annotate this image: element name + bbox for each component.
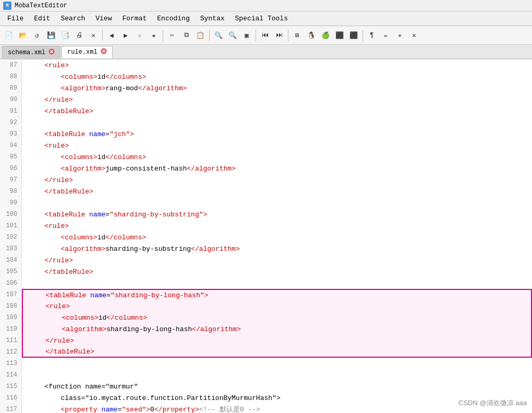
line-content[interactable]: </tableRule> — [22, 266, 532, 277]
line-content[interactable] — [22, 117, 532, 128]
toolbar-btn-14[interactable]: ⧉ — [179, 29, 193, 42]
menu-item-encoding[interactable]: Encoding — [152, 13, 195, 25]
line-content[interactable] — [22, 369, 532, 381]
toolbar-btn-32[interactable]: ✳ — [393, 29, 407, 42]
toolbar-btn-25[interactable]: 🐧 — [305, 29, 318, 42]
line-number: 105 — [0, 266, 22, 277]
line-number: 97 — [0, 174, 22, 186]
toolbar-btn-24[interactable]: ⊞ — [291, 29, 304, 42]
line-content[interactable] — [22, 277, 532, 289]
line-content[interactable]: </rule> — [22, 174, 532, 186]
line-number: 114 — [0, 369, 22, 381]
toolbar-btn-31[interactable]: ✏ — [379, 29, 393, 42]
toolbar-btn-11[interactable]: ★ — [147, 29, 161, 42]
toolbar: 📄📂↺💾📑🖨✕◀▶☆★✂⧉📋🔍🔍▣⏮⏭⊞🐧🍏⬛⬛¶✏✳✕ — [0, 26, 532, 45]
toolbar-btn-1[interactable]: 📂 — [16, 29, 30, 42]
tab-close-btn[interactable] — [49, 48, 55, 56]
toolbar-separator — [256, 30, 256, 41]
line-number: 96 — [0, 163, 22, 174]
line-number: 101 — [0, 220, 22, 232]
menu-item-syntax[interactable]: Syntax — [195, 13, 230, 25]
line-content[interactable]: </rule> — [22, 254, 532, 266]
table-row: 105 </tableRule> — [0, 266, 532, 277]
line-content[interactable] — [22, 358, 532, 369]
toolbar-btn-4[interactable]: 📑 — [58, 29, 72, 42]
menu-item-search[interactable]: Search — [55, 13, 90, 25]
toolbar-btn-27[interactable]: ⬛ — [333, 29, 346, 42]
line-content[interactable]: <function name="murmur" — [22, 381, 532, 392]
line-number: 106 — [0, 277, 22, 289]
line-content[interactable]: </rule> — [22, 94, 532, 105]
line-number: 103 — [0, 243, 22, 254]
menu-item-format[interactable]: Format — [117, 13, 152, 25]
toolbar-btn-0[interactable]: 📄 — [2, 29, 16, 42]
line-content[interactable]: <tableRule name="sharding-by-substring"> — [22, 209, 532, 220]
toolbar-btn-21[interactable]: ⏮ — [258, 29, 272, 42]
line-content[interactable]: </tableRule> — [22, 105, 532, 117]
line-content[interactable]: <rule> — [22, 220, 532, 232]
line-content[interactable]: <columns>id</columns> — [22, 312, 532, 323]
table-row: 94 <rule> — [0, 140, 532, 151]
line-content[interactable]: class="io.mycat.route.function.Partition… — [22, 392, 532, 404]
toolbar-btn-19[interactable]: ▣ — [240, 29, 253, 42]
toolbar-btn-33[interactable]: ✕ — [407, 29, 421, 42]
editor[interactable]: 87 <rule>88 <columns>id</columns>89 <alg… — [0, 59, 532, 413]
toolbar-btn-30[interactable]: ¶ — [365, 29, 379, 42]
line-content[interactable]: <rule> — [22, 300, 532, 312]
line-content[interactable]: <algorithm>rang-mod</algorithm> — [22, 82, 532, 94]
table-row: 116 class="io.mycat.route.function.Parti… — [0, 392, 532, 404]
line-content[interactable]: <columns>id</columns> — [22, 151, 532, 163]
line-content[interactable]: </tableRule> — [22, 346, 532, 358]
toolbar-btn-3[interactable]: 💾 — [44, 29, 58, 42]
toolbar-btn-9[interactable]: ▶ — [119, 29, 132, 42]
line-content[interactable]: </rule> — [22, 335, 532, 346]
line-content[interactable]: <property name="seed">0</property><!-- 默… — [22, 404, 532, 413]
menu-item-view[interactable]: View — [90, 13, 117, 25]
toolbar-btn-5[interactable]: 🖨 — [72, 29, 86, 42]
toolbar-btn-2[interactable]: ↺ — [30, 29, 44, 42]
toolbar-btn-8[interactable]: ◀ — [105, 29, 118, 42]
table-row: 111 </rule> — [0, 335, 532, 346]
tab-schema.xml[interactable]: schema.xml — [2, 46, 61, 58]
line-number: 93 — [0, 128, 22, 140]
line-content[interactable]: </tableRule> — [22, 186, 532, 197]
line-number: 100 — [0, 209, 22, 220]
tab-rule.xml[interactable]: rule.xml — [62, 46, 113, 58]
table-row: 99 — [0, 197, 532, 209]
toolbar-btn-17[interactable]: 🔍 — [212, 29, 225, 42]
toolbar-btn-26[interactable]: 🍏 — [319, 29, 332, 42]
line-content[interactable]: <columns>id</columns> — [22, 71, 532, 82]
table-row: 117 <property name="seed">0</property><!… — [0, 404, 532, 413]
line-number: 108 — [0, 300, 22, 312]
table-row: 107 <tableRule name="sharding-by-long-ha… — [0, 289, 532, 300]
line-content[interactable]: <columns>id</columns> — [22, 232, 532, 243]
line-number: 110 — [0, 323, 22, 335]
table-row: 95 <columns>id</columns> — [0, 151, 532, 163]
line-content[interactable]: <rule> — [22, 59, 532, 71]
line-number: 116 — [0, 392, 22, 404]
menu-item-edit[interactable]: Edit — [29, 13, 55, 25]
line-content[interactable]: <tableRule name="jch"> — [22, 128, 532, 140]
toolbar-btn-28[interactable]: ⬛ — [347, 29, 360, 42]
line-content[interactable]: <algorithm>sharding-by-long-hash</algori… — [22, 323, 532, 335]
toolbar-btn-13[interactable]: ✂ — [165, 29, 179, 42]
table-row: 96 <algorithm>jump-consistent-hash</algo… — [0, 163, 532, 174]
menu-item-file[interactable]: File — [2, 13, 29, 25]
toolbar-btn-22[interactable]: ⏭ — [272, 29, 286, 42]
line-content[interactable]: <algorithm>sharding-by-substring</algori… — [22, 243, 532, 254]
line-content[interactable]: <rule> — [22, 140, 532, 151]
line-number: 109 — [0, 312, 22, 323]
toolbar-btn-6[interactable]: ✕ — [87, 29, 100, 42]
line-number: 88 — [0, 71, 22, 82]
tab-close-btn[interactable] — [101, 48, 107, 56]
toolbar-btn-10[interactable]: ☆ — [133, 29, 147, 42]
toolbar-btn-15[interactable]: 📋 — [194, 29, 207, 42]
line-number: 102 — [0, 232, 22, 243]
toolbar-btn-18[interactable]: 🔍 — [226, 29, 239, 42]
line-content[interactable]: <algorithm>jump-consistent-hash</algorit… — [22, 163, 532, 174]
menu-item-special-tools[interactable]: Special Tools — [230, 13, 293, 25]
line-content[interactable]: <tableRule name="sharding-by-long-hash"> — [22, 289, 532, 300]
line-content[interactable] — [22, 197, 532, 209]
table-row: 91 </tableRule> — [0, 105, 532, 117]
table-row: 113 — [0, 358, 532, 369]
